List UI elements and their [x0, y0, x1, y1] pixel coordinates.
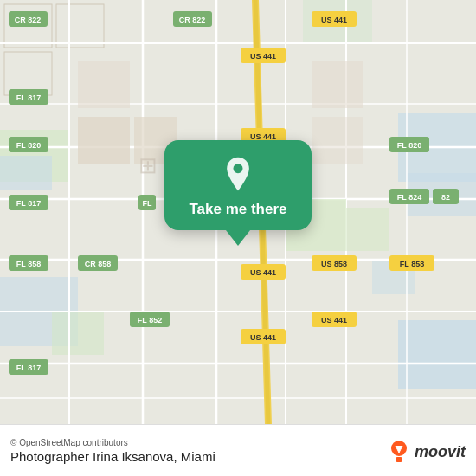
svg-text:US 858: US 858	[321, 260, 347, 268]
svg-text:FL 817: FL 817	[16, 93, 41, 102]
popup-bubble[interactable]: Take me there	[164, 140, 312, 230]
svg-text:CR 822: CR 822	[179, 16, 206, 24]
map-view: US 441 US 441 US 441 US 441 CR 822 CR 82…	[0, 0, 476, 424]
svg-text:US 441: US 441	[321, 16, 347, 24]
svg-rect-75	[312, 117, 363, 164]
svg-text:CR 822: CR 822	[15, 16, 42, 24]
svg-rect-2	[0, 156, 52, 190]
location-pin-icon	[219, 156, 257, 194]
bottom-bar: © OpenStreetMap contributors Photographe…	[0, 424, 476, 476]
moovit-logo: moovit	[387, 440, 466, 464]
popup-pointer	[226, 230, 250, 246]
svg-text:82: 82	[441, 193, 450, 202]
svg-text:US 441: US 441	[250, 333, 276, 342]
svg-text:CR 858: CR 858	[85, 260, 112, 268]
svg-text:FL 817: FL 817	[16, 363, 41, 372]
svg-text:US 441: US 441	[250, 268, 276, 277]
svg-text:FL: FL	[143, 199, 152, 208]
svg-rect-73	[78, 61, 130, 108]
svg-text:FL 824: FL 824	[397, 193, 421, 202]
moovit-brand-icon	[387, 440, 411, 464]
svg-rect-78	[346, 208, 389, 251]
svg-text:US 441: US 441	[321, 316, 347, 325]
moovit-label: moovit	[415, 443, 466, 461]
svg-text:FL 820: FL 820	[397, 141, 421, 150]
svg-text:FL 858: FL 858	[400, 260, 424, 268]
svg-rect-74	[312, 61, 363, 108]
svg-text:FL 852: FL 852	[138, 316, 162, 325]
svg-text:⊞: ⊞	[138, 152, 158, 178]
svg-rect-71	[78, 117, 130, 164]
svg-rect-81	[396, 457, 402, 462]
svg-text:US 441: US 441	[250, 52, 276, 61]
popup-button-label[interactable]: Take me there	[189, 201, 286, 218]
svg-text:FL 820: FL 820	[16, 141, 41, 150]
svg-text:FL 858: FL 858	[16, 260, 41, 268]
svg-text:FL 817: FL 817	[16, 199, 41, 208]
svg-rect-8	[398, 320, 476, 389]
svg-rect-7	[52, 312, 104, 355]
popup-card: Take me there	[164, 140, 312, 246]
svg-point-79	[234, 164, 243, 173]
